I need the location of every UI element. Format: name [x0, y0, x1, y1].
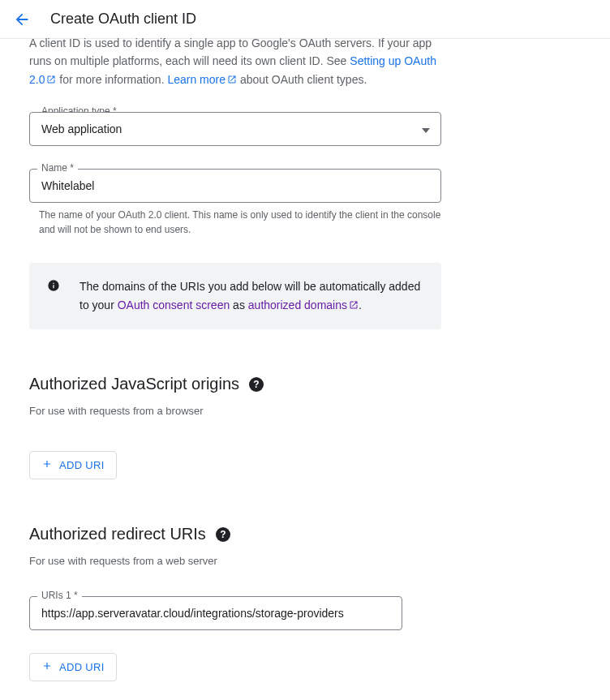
- js-origins-subtitle: For use with requests from a browser: [29, 405, 441, 417]
- name-field: Name *: [29, 169, 441, 203]
- redirect-uris-title: Authorized redirect URIs: [29, 525, 206, 543]
- info-box-content: The domains of the URIs you add below wi…: [79, 277, 423, 315]
- js-origins-section: Authorized JavaScript origins ? For use …: [29, 375, 441, 479]
- uri-1-field: URIs 1 *: [29, 596, 402, 630]
- domains-info-box: The domains of the URIs you add below wi…: [29, 263, 441, 329]
- external-link-icon: [349, 297, 359, 315]
- external-link-icon: [46, 71, 56, 89]
- redirect-uris-subtitle: For use with requests from a web server: [29, 555, 441, 567]
- redirect-uris-section: Authorized redirect URIs ? For use with …: [29, 525, 441, 681]
- name-helper-text: The name of your OAuth 2.0 client. This …: [29, 208, 441, 237]
- intro-text-3: about OAuth client types.: [237, 73, 367, 86]
- intro-text-2: for more information.: [56, 73, 167, 86]
- help-icon[interactable]: ?: [216, 527, 230, 542]
- add-redirect-uri-button[interactable]: ADD URI: [29, 653, 117, 681]
- intro-paragraph: A client ID is used to identify a single…: [29, 34, 441, 89]
- add-js-uri-button[interactable]: ADD URI: [29, 451, 117, 479]
- add-uri-label: ADD URI: [59, 459, 105, 471]
- authorized-domains-link[interactable]: authorized domains: [248, 298, 359, 311]
- learn-more-link[interactable]: Learn more: [167, 73, 237, 86]
- application-type-select[interactable]: Web application: [29, 112, 441, 146]
- uri-1-label: URIs 1 *: [37, 590, 82, 601]
- info-icon: [47, 279, 60, 315]
- add-uri-label: ADD URI: [59, 661, 105, 673]
- name-input[interactable]: [29, 169, 441, 203]
- plus-icon: [41, 660, 53, 674]
- name-label: Name *: [37, 162, 78, 174]
- external-link-icon: [227, 71, 237, 89]
- application-type-field: Application type * Web application: [29, 112, 441, 146]
- page-title: Create OAuth client ID: [50, 11, 196, 28]
- uri-1-input[interactable]: [29, 596, 402, 630]
- page-header: Create OAuth client ID: [0, 0, 610, 39]
- js-origins-title: Authorized JavaScript origins: [29, 375, 239, 393]
- help-icon[interactable]: ?: [249, 377, 264, 392]
- info-text-2: as: [230, 298, 248, 311]
- oauth-consent-link[interactable]: OAuth consent screen: [118, 298, 230, 311]
- back-arrow-icon[interactable]: [13, 11, 31, 28]
- plus-icon: [41, 458, 53, 472]
- info-text-3: .: [359, 298, 362, 311]
